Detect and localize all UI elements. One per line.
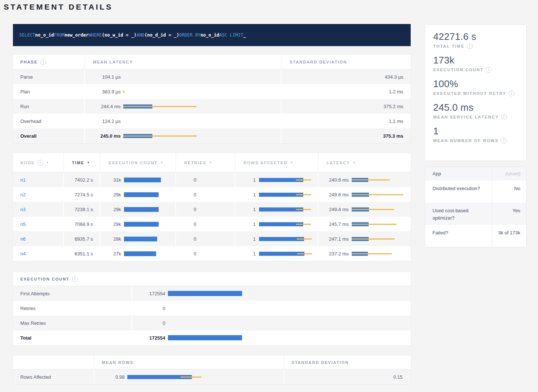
column-header-rows-affected[interactable]: ROWS AFFECTED▼ (235, 153, 318, 172)
info-icon[interactable]: i (501, 114, 507, 120)
retries-value: 0 (194, 177, 196, 183)
stddev-whisker (180, 376, 201, 378)
stddev-whisker (352, 238, 395, 240)
column-header-latency[interactable]: LATENCY▼ (318, 153, 411, 172)
stat-value: 245.0 ms (433, 102, 518, 113)
exec-value: 172554 (132, 335, 165, 341)
phase-header-cell: PHASE i (13, 55, 85, 69)
sql-identifier: no_o_id (35, 32, 54, 38)
sort-arrow-icon[interactable]: ▼ (87, 161, 90, 164)
stat-label: EXECUTION COUNT (433, 68, 483, 72)
latency-bar (259, 237, 312, 241)
column-header-execution-count[interactable]: EXECUTION COUNT▼ (100, 153, 176, 172)
node-link[interactable]: n5 (20, 221, 25, 227)
stddev-whisker (296, 179, 311, 180)
sql-keyword: FROM (54, 32, 65, 38)
exec-label-cell: First Attempts (13, 286, 132, 301)
column-header-label: TIME (72, 161, 84, 165)
detail-value: 3k of 173k (492, 225, 526, 247)
node-link[interactable]: n6 (20, 236, 25, 242)
sql-identifier: (no_w_id = _) (102, 32, 137, 38)
phase-row: Overhead124.2 µs1.1 ms (13, 114, 411, 128)
sort-arrow-icon[interactable]: ▼ (290, 161, 293, 164)
stat-label: EXECUTED WITHOUT RETRY (433, 91, 506, 96)
std-dev-header-label: STANDARD DEVIATION (292, 360, 349, 365)
time-value: 7274.5 s (75, 192, 93, 197)
node-cell: n3 (13, 202, 64, 217)
rows-affected-row: Rows Affected0.980.15 (13, 369, 411, 384)
sql-identifier: _ (243, 32, 246, 38)
exec-value: 0 (132, 306, 165, 311)
node-link[interactable]: n4 (20, 251, 25, 257)
time-cell: 6935.7 s (64, 231, 100, 246)
stat-execution-count: 173k EXECUTION COUNTi (433, 55, 518, 73)
info-icon[interactable]: i (467, 43, 473, 49)
mean-latency-cell: 104.1 µs (85, 69, 282, 84)
stddev-tick (123, 90, 124, 93)
column-header-time[interactable]: TIME▼ (64, 153, 100, 172)
mean-rows-header-label: MEAN ROWS (102, 360, 134, 365)
latency-bar (259, 252, 312, 256)
node-stats-table: NODEi▼TIME▼EXECUTION COUNT▼RETRIES▼ROWS … (13, 153, 411, 261)
rows-affected-header: MEAN ROWS STANDARD DEVIATION (13, 355, 411, 369)
phase-name-cell: Overhead (13, 114, 85, 128)
node-link[interactable]: n2 (20, 192, 25, 197)
info-icon[interactable]: i (40, 59, 46, 65)
node-cell: n1 (13, 172, 64, 187)
latency-bar (352, 178, 390, 182)
page-title: STATEMENT DETAILS (4, 3, 113, 11)
info-icon[interactable]: i (486, 67, 492, 73)
info-icon[interactable]: i (37, 160, 43, 166)
retries-cell: 0 (176, 217, 235, 231)
column-header-retries[interactable]: RETRIES▼ (176, 153, 235, 172)
info-icon[interactable]: i (72, 276, 78, 282)
execution-count-body: First Attempts172554Retries0Max Retries0… (13, 286, 411, 345)
mean-latency-value: 124.2 µs (85, 118, 121, 124)
column-header-node[interactable]: NODEi▼ (13, 153, 64, 172)
mean-latency-cell: 245.0 ms (85, 128, 282, 143)
latency-bar (259, 193, 311, 197)
rows-affected-table: MEAN ROWS STANDARD DEVIATION Rows Affect… (13, 355, 411, 384)
mean-rows-cell: 0.98 (94, 369, 284, 384)
latency-bar-area (352, 207, 394, 212)
exec-value-cell: 0 (132, 301, 411, 316)
node-link[interactable]: n3 (20, 207, 25, 212)
sort-arrow-icon[interactable]: ▼ (209, 161, 212, 164)
latency-value: 237.2 ms (318, 251, 349, 257)
mean-latency-bar-area (123, 90, 124, 93)
stddev-whisker (352, 209, 394, 210)
info-icon[interactable]: i (508, 90, 514, 96)
node-link[interactable]: n1 (20, 177, 25, 183)
stat-executed-without-retry: 100% EXECUTED WITHOUT RETRYi (433, 78, 518, 96)
latency-bar-area (352, 178, 390, 182)
latency-bar-area (352, 237, 395, 241)
latency-value: 249.6 ms (318, 192, 349, 197)
time-value: 6351.1 s (75, 251, 93, 257)
phase-row: Parse104.1 µs434.3 µs (13, 69, 411, 84)
column-header-label: LATENCY (327, 161, 350, 165)
mean-latency-value: 244.4 ms (85, 104, 121, 109)
stat-label: MEAN NUMBER OF ROWS (433, 138, 499, 143)
sort-arrow-icon[interactable]: ▼ (160, 161, 163, 164)
execution-count-row: First Attempts172554 (13, 286, 411, 301)
rows-affected-bar-area (259, 237, 312, 241)
info-icon[interactable]: i (501, 138, 507, 144)
sql-statement-box: SELECT no_o_id FROM new_order WHERE (no_… (13, 24, 411, 46)
phase-name: Run (20, 104, 29, 109)
phase-name-cell: Run (13, 99, 85, 114)
phase-name-cell: Plan (13, 84, 85, 99)
stddev-cell: 1.1 ms (282, 114, 411, 128)
time-cell: 7402.2 s (64, 172, 100, 187)
rows-affected-bar-area (259, 178, 311, 182)
retries-value: 0 (194, 207, 196, 212)
latency-bar (127, 375, 201, 379)
mean-latency-header-cell: MEAN LATENCY (85, 55, 282, 69)
node-row: n27274.5 s29k01249.6 ms (13, 187, 411, 202)
sort-arrow-icon[interactable]: ▼ (46, 161, 49, 164)
summary-stats-card: 42271.6 s TOTAL TIMEi 173k EXECUTION COU… (425, 24, 527, 161)
stat-value: 100% (433, 78, 518, 90)
exec-count-bar (168, 335, 242, 340)
mean-latency-cell: 383.9 µs (85, 84, 282, 99)
sort-arrow-icon[interactable]: ▼ (353, 161, 356, 164)
exec-label: Retries (20, 306, 35, 311)
